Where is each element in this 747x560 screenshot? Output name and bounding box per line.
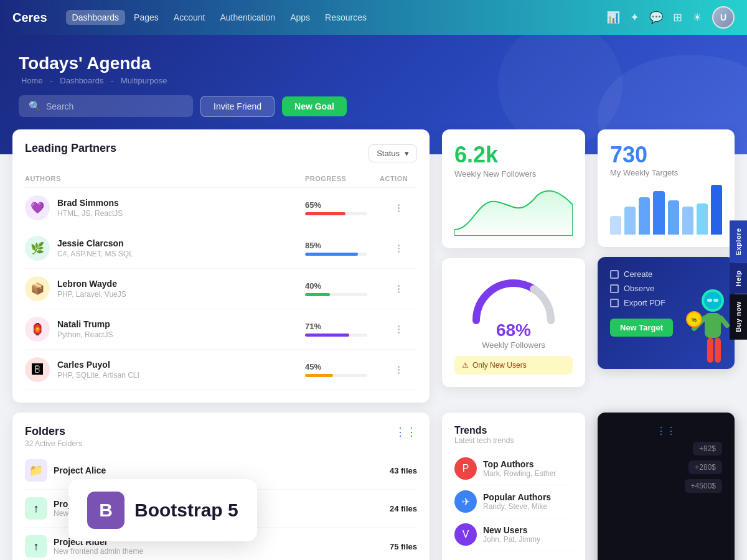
nav-item-authentication[interactable]: Authentication	[214, 10, 281, 25]
bar-5	[668, 200, 679, 235]
side-tabs: Explore Help Buy now	[730, 220, 747, 339]
partner-name: Brad Simmons	[57, 198, 123, 208]
action-dots[interactable]	[380, 204, 417, 212]
leading-partners-card: Leading Partners Status ▾ AUTHORS PROGRE…	[12, 129, 430, 403]
table-row: 🅱 Carles Puyol PHP, SQLite, Artisan CLI …	[25, 350, 417, 390]
invite-friend-button[interactable]: Invite Friend	[200, 96, 275, 117]
sun-icon[interactable]: ☀	[692, 11, 702, 24]
progress-wrap: 65%	[305, 200, 380, 215]
progress-bar-bg	[305, 374, 367, 377]
trends-card: Trends Latest tech trends P Top Authors …	[442, 413, 585, 560]
svg-text:%: %	[692, 317, 697, 323]
bar-2	[624, 207, 636, 235]
grid-icon[interactable]: ⊞	[673, 11, 682, 24]
trend-icon: V	[454, 523, 477, 546]
search-box: 🔍	[19, 95, 193, 117]
message-icon[interactable]: 💬	[649, 11, 663, 24]
progress-wrap: 45%	[305, 362, 380, 377]
bar-3	[639, 197, 650, 235]
chevron-down-icon: ▾	[405, 149, 409, 158]
warning-icon: ⚠	[462, 361, 469, 370]
partner-name: Carles Puyol	[57, 360, 139, 370]
progress-bar-bg	[305, 253, 367, 256]
dark-badge: +280$	[688, 460, 722, 474]
promo-figure: %	[679, 282, 735, 369]
promo-checkbox-icon	[610, 270, 619, 279]
progress-bar-fill	[305, 374, 333, 377]
targets-label: My Weekly Targets	[610, 168, 722, 177]
progress-label: 85%	[305, 241, 367, 250]
folder-icon: ↑	[25, 497, 47, 520]
promo-menu-item[interactable]: Cereate	[610, 269, 722, 279]
targets-bar-chart	[610, 185, 722, 235]
svg-rect-3	[713, 299, 718, 302]
progress-bar-bg	[305, 212, 367, 215]
nav-item-apps[interactable]: Apps	[284, 10, 316, 25]
bootstrap-label: Bootstrap 5	[134, 500, 238, 521]
svg-rect-8	[715, 338, 721, 363]
folder-desc: New frontend admin theme	[54, 547, 143, 556]
partner-name: Lebron Wayde	[57, 279, 126, 289]
avatar[interactable]: U	[712, 6, 735, 29]
right-column: 730 My Weekly Targets CereateObserveExpo…	[598, 129, 735, 403]
followers-label: Weekly New Followers	[454, 169, 573, 179]
nav-item-dashboards[interactable]: Dashboards	[66, 10, 126, 25]
new-goal-button[interactable]: New Goal	[282, 96, 347, 116]
folder-files: 43 files	[390, 466, 417, 475]
table-row: 💜 Brad Simmons HTML, JS, ReactJS 65%	[25, 188, 417, 228]
folder-files: 75 files	[390, 542, 417, 551]
folder-icon: ↑	[25, 535, 47, 558]
progress-label: 40%	[305, 281, 367, 291]
partner-skills: HTML, JS, ReactJS	[57, 209, 123, 218]
folder-files: 24 files	[390, 504, 417, 513]
dark-panel: ⋮⋮ +82$+280$+4500$	[598, 413, 735, 560]
breadcrumb-dashboards[interactable]: Dashboards	[60, 76, 103, 85]
only-new-users-badge: ⚠ Only New Users	[454, 356, 573, 375]
nav-item-resources[interactable]: Resources	[319, 10, 373, 25]
folder-count: 32 Active Folders	[25, 439, 82, 448]
gauge-label: Weekly Followers	[454, 340, 573, 350]
side-tab-explore[interactable]: Explore	[730, 220, 747, 263]
nav-item-account[interactable]: Account	[167, 10, 212, 25]
list-item: ✈ Popular Authors Randy, Steve, Mike	[454, 485, 573, 518]
action-dots[interactable]	[380, 285, 417, 293]
bar-1	[610, 216, 621, 235]
partner-avatar: 🌿	[25, 236, 50, 261]
nav-item-pages[interactable]: Pages	[128, 10, 165, 25]
trends-title: Trends	[454, 425, 573, 436]
action-dots[interactable]	[380, 245, 417, 253]
partner-info: 📦 Lebron Wayde PHP, Laravel, VueJS	[25, 276, 305, 301]
progress-wrap: 40%	[305, 281, 380, 296]
svg-line-6	[721, 318, 727, 325]
breadcrumb-home[interactable]: Home	[21, 76, 43, 85]
partner-skills: C#, ASP.NET, MS SQL	[57, 250, 133, 258]
action-dots[interactable]	[380, 366, 417, 374]
svg-rect-4	[705, 313, 721, 338]
bootstrap-overlay: B Bootstrap 5	[68, 479, 257, 541]
sparkle-icon[interactable]: ✦	[630, 11, 639, 24]
progress-wrap: 85%	[305, 241, 380, 256]
trend-name: New Users	[483, 525, 540, 535]
side-tab-buy-now[interactable]: Buy now	[730, 294, 747, 339]
progress-bar-fill	[305, 212, 345, 215]
status-dropdown[interactable]: Status ▾	[369, 144, 417, 162]
list-item: V New Users John, Pat, Jimmy	[454, 518, 573, 551]
partner-info: 🌿 Jessie Clarcson C#, ASP.NET, MS SQL	[25, 236, 305, 261]
chart-icon[interactable]: 📊	[606, 11, 620, 24]
partner-avatar: 💜	[25, 195, 50, 220]
svg-rect-7	[707, 338, 713, 363]
bar-8	[711, 185, 722, 235]
dark-badge: +4500$	[685, 479, 722, 493]
bar-6	[682, 207, 693, 235]
progress-label: 65%	[305, 200, 367, 210]
folder-options-icon[interactable]: ⋮⋮	[395, 425, 417, 439]
targets-number: 730	[610, 142, 722, 168]
folders-title-wrap: Folders 32 Active Folders	[25, 425, 82, 448]
action-dots[interactable]	[380, 325, 417, 334]
dark-panel-dots[interactable]: ⋮⋮	[656, 425, 676, 437]
followers-number: 6.2k	[454, 142, 573, 168]
folder-icon: 📁	[25, 459, 47, 482]
new-target-button[interactable]: New Target	[610, 319, 673, 337]
search-input[interactable]	[46, 101, 183, 111]
side-tab-help[interactable]: Help	[730, 263, 747, 294]
